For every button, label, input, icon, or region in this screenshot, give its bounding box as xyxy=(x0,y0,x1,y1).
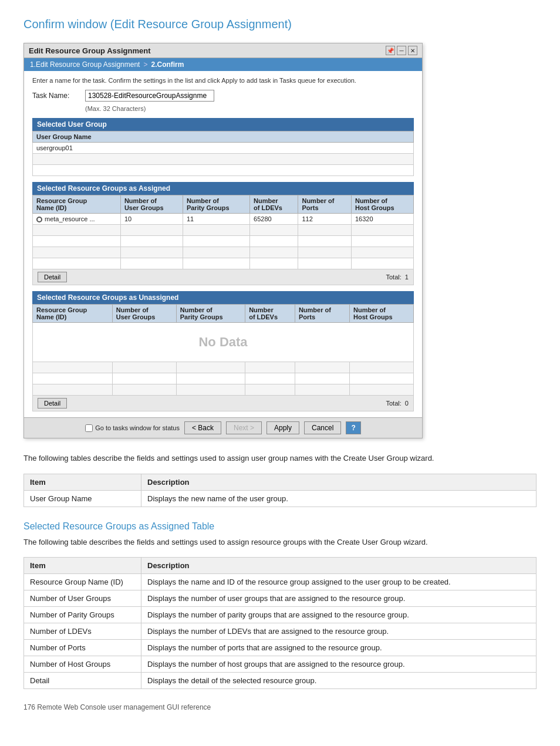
table2-item-cell: Detail xyxy=(24,673,141,689)
table2-item-cell: Number of Parity Groups xyxy=(24,607,141,623)
breadcrumb-separator: > xyxy=(143,60,147,69)
assigned-detail-button[interactable]: Detail xyxy=(38,272,67,282)
table2-description-header: Description xyxy=(141,558,537,574)
no-data-cell: No Data xyxy=(33,323,414,362)
user-group-col-header: User Group Name xyxy=(33,131,414,143)
table-row xyxy=(33,384,414,396)
dialog-title: Edit Resource Group Assignment xyxy=(29,46,151,55)
task-name-input[interactable] xyxy=(85,90,214,102)
table-row xyxy=(33,373,414,384)
task-name-label: Task Name: xyxy=(32,90,79,100)
dialog-titlebar: Edit Resource Group Assignment 📌 ─ ✕ xyxy=(24,43,422,58)
dialog-footer: Go to tasks window for status < Back Nex… xyxy=(24,417,422,438)
task-name-row: Task Name: xyxy=(32,90,414,102)
intro-text: The following tables describe the fields… xyxy=(23,453,537,464)
table-row: meta_resource ... 10 11 65280 112 16320 xyxy=(33,214,414,225)
table-row xyxy=(33,225,414,236)
unassigned-table: Resource GroupName (ID) Number ofUser Gr… xyxy=(32,304,414,396)
table-row: DetailDisplays the detail of the selecte… xyxy=(24,673,537,689)
assigned-col-parity-groups: Number ofParity Groups xyxy=(183,195,249,214)
titlebar-buttons: 📌 ─ ✕ xyxy=(386,46,417,55)
table2-item-cell: Number of User Groups xyxy=(24,590,141,607)
help-button[interactable]: ? xyxy=(346,421,360,434)
assigned-col-ldevs: Numberof LDEVs xyxy=(250,195,298,214)
goto-tasks-text: Go to tasks window for status xyxy=(95,424,180,431)
close-button[interactable]: ✕ xyxy=(408,46,417,55)
task-name-hint: (Max. 32 Characters) xyxy=(85,105,414,112)
dialog-body: Enter a name for the task. Confirm the s… xyxy=(24,71,422,417)
table2-desc-cell: Displays the number of LDEVs that are as… xyxy=(141,623,537,640)
next-button[interactable]: Next > xyxy=(226,421,262,434)
section2-intro: The following table describes the fields… xyxy=(23,536,537,548)
breadcrumb: 1.Edit Resource Group Assignment > 2.Con… xyxy=(24,58,422,71)
page-title: Confirm window (Edit Resource Group Assi… xyxy=(23,18,537,31)
assigned-total: Total: 1 xyxy=(386,274,409,281)
table1-item-cell: User Group Name xyxy=(24,490,141,507)
table-row: Number of User GroupsDisplays the number… xyxy=(24,590,537,607)
assigned-ldevs: 65280 xyxy=(250,214,298,225)
assigned-col-rg-name: Resource GroupName (ID) xyxy=(33,195,121,214)
assigned-table: Resource GroupName (ID) Number ofUser Gr… xyxy=(32,195,414,269)
table2-item-header: Item xyxy=(24,558,141,574)
goto-tasks-label[interactable]: Go to tasks window for status xyxy=(85,424,180,432)
instruction-text: Enter a name for the task. Confirm the s… xyxy=(32,77,414,84)
cancel-button[interactable]: Cancel xyxy=(304,421,341,434)
assigned-rg-name: meta_resource ... xyxy=(33,214,121,225)
table2-desc-cell: Displays the detail of the selected reso… xyxy=(141,673,537,689)
table1-item-header: Item xyxy=(24,474,141,490)
breadcrumb-step1: 1.Edit Resource Group Assignment xyxy=(30,60,140,69)
table-row xyxy=(33,362,414,373)
table-row xyxy=(33,236,414,247)
apply-button[interactable]: Apply xyxy=(266,421,299,434)
unassigned-total: Total: 0 xyxy=(386,400,409,407)
goto-tasks-checkbox[interactable] xyxy=(85,424,93,432)
selected-user-group-header: Selected User Group xyxy=(32,118,414,131)
table2: Item Description Resource Group Name (ID… xyxy=(23,557,537,689)
assigned-table-footer: Detail Total: 1 xyxy=(32,269,414,285)
user-group-name-cell: usergroup01 xyxy=(33,143,414,154)
selected-unassigned-header: Selected Resource Groups as Unassigned xyxy=(32,291,414,304)
table-row: Resource Group Name (ID)Displays the nam… xyxy=(24,574,537,590)
table-row xyxy=(33,258,414,269)
selected-assigned-header: Selected Resource Groups as Assigned xyxy=(32,182,414,195)
unassigned-col-user-groups: Number ofUser Groups xyxy=(112,305,176,323)
table2-item-cell: Number of Host Groups xyxy=(24,656,141,673)
table-row: Number of Host GroupsDisplays the number… xyxy=(24,656,537,673)
unassigned-table-footer: Detail Total: 0 xyxy=(32,396,414,411)
user-group-table: User Group Name usergroup01 xyxy=(32,131,414,176)
unassigned-col-rg-name: Resource GroupName (ID) xyxy=(33,305,113,323)
assigned-user-groups: 10 xyxy=(120,214,183,225)
assigned-col-host-groups: Number ofHost Groups xyxy=(351,195,413,214)
page-footer: 176 Remote Web Console user management G… xyxy=(23,703,537,711)
table1: Item Description User Group Name Display… xyxy=(23,474,537,507)
unassigned-col-ports: Number ofPorts xyxy=(295,305,349,323)
assigned-col-ports: Number ofPorts xyxy=(298,195,352,214)
table2-desc-cell: Displays the number of host groups that … xyxy=(141,656,537,673)
dialog-window: Edit Resource Group Assignment 📌 ─ ✕ 1.E… xyxy=(23,43,423,438)
assigned-ports: 112 xyxy=(298,214,352,225)
table2-desc-cell: Displays the number of ports that are as… xyxy=(141,640,537,656)
section2-title: Selected Resource Groups as Assigned Tab… xyxy=(23,521,537,532)
table-row: Number of PortsDisplays the number of po… xyxy=(24,640,537,656)
table2-item-cell: Number of LDEVs xyxy=(24,623,141,640)
table2-desc-cell: Displays the name and ID of the resource… xyxy=(141,574,537,590)
table-row xyxy=(33,154,414,165)
table-row: Number of Parity GroupsDisplays the numb… xyxy=(24,607,537,623)
table2-desc-cell: Displays the number of user groups that … xyxy=(141,590,537,607)
pin-button[interactable]: 📌 xyxy=(386,46,395,55)
minimize-button[interactable]: ─ xyxy=(397,46,406,55)
table-row: No Data xyxy=(33,323,414,362)
assigned-parity-groups: 11 xyxy=(183,214,249,225)
unassigned-col-host-groups: Number ofHost Groups xyxy=(349,305,413,323)
table2-item-cell: Resource Group Name (ID) xyxy=(24,574,141,590)
table1-description-cell: Displays the new name of the user group. xyxy=(141,490,537,507)
unassigned-col-parity-groups: Number ofParity Groups xyxy=(176,305,245,323)
table-row: usergroup01 xyxy=(33,143,414,154)
unassigned-detail-button[interactable]: Detail xyxy=(38,398,67,409)
table2-item-cell: Number of Ports xyxy=(24,640,141,656)
back-button[interactable]: < Back xyxy=(184,421,221,434)
table-row: Number of LDEVsDisplays the number of LD… xyxy=(24,623,537,640)
breadcrumb-step2: 2.Confirm xyxy=(151,60,184,69)
table-row: User Group Name Displays the new name of… xyxy=(24,490,537,507)
table-row xyxy=(33,247,414,258)
